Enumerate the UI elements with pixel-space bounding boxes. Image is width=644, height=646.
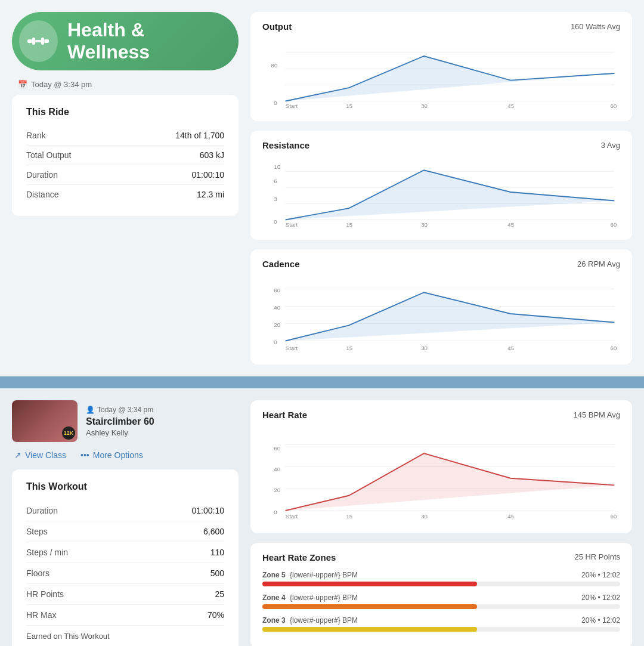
resistance-chart-card: Resistance 3 Avg 0 3 6 10 Start 15 30 45… <box>250 131 632 240</box>
external-link-icon: ↗ <box>14 450 21 460</box>
zone-4-stat: 20% • 12:02 <box>581 594 620 602</box>
zone-4-label: Zone 4 {lower#-upper#} BPM <box>262 594 358 602</box>
this-ride-card: This Ride Rank 14th of 1,700 Total Outpu… <box>12 95 239 216</box>
zone-3-bar-bg <box>262 627 620 632</box>
svg-text:30: 30 <box>421 103 428 109</box>
zone-4-bar-bg <box>262 604 620 609</box>
ride-row-distance: Distance 12.3 mi <box>26 185 224 204</box>
svg-text:60: 60 <box>274 445 280 452</box>
svg-text:30: 30 <box>421 345 428 351</box>
zone-3-bar-fill <box>262 627 477 632</box>
svg-text:30: 30 <box>421 221 428 228</box>
svg-text:Start: Start <box>286 221 298 228</box>
svg-marker-25 <box>286 170 615 220</box>
earned-row: Earned on This Workout <box>26 626 224 641</box>
svg-text:15: 15 <box>346 345 352 351</box>
cadence-chart-avg: 26 RPM Avg <box>577 259 620 268</box>
workout-info: 👤 Today @ 3:34 pm Stairclimber 60 Ashley… <box>86 406 239 437</box>
person-icon: 👤 <box>86 406 95 414</box>
hr-chart-title: Heart Rate <box>262 410 307 420</box>
svg-text:60: 60 <box>611 345 617 351</box>
resistance-chart-avg: 3 Avg <box>601 141 620 150</box>
svg-text:0: 0 <box>274 218 277 225</box>
calendar-icon: 📅 <box>18 80 27 89</box>
svg-text:Start: Start <box>286 513 298 520</box>
svg-marker-39 <box>286 292 615 341</box>
output-chart-title: Output <box>262 21 292 32</box>
svg-text:20: 20 <box>274 322 280 328</box>
output-chart-svg: 0 80 Start 15 30 45 60 <box>262 38 620 109</box>
svg-text:0: 0 <box>274 339 277 345</box>
stat-row-duration: Duration 01:00:10 <box>26 500 224 521</box>
hr-points: 25 HR Points <box>574 552 620 562</box>
svg-text:40: 40 <box>274 466 280 472</box>
zone-4-bar-fill <box>262 604 477 609</box>
svg-text:60: 60 <box>611 221 617 228</box>
ride-row-rank: Rank 14th of 1,700 <box>26 126 224 146</box>
output-chart-avg: 160 Watts Avg <box>571 22 620 31</box>
zone-5-label: Zone 5 {lower#-upper#} BPM <box>262 571 358 579</box>
svg-text:0: 0 <box>274 100 277 106</box>
zone-5-stat: 20% • 12:02 <box>581 571 620 579</box>
svg-text:45: 45 <box>507 103 514 109</box>
svg-text:Start: Start <box>286 345 298 351</box>
workout-timestamp: 👤 Today @ 3:34 pm <box>86 406 239 414</box>
svg-text:0: 0 <box>274 509 277 515</box>
bottom-section: 12K 👤 Today @ 3:34 pm Stairclimber 60 As… <box>0 388 644 646</box>
stat-row-hr-points: HR Points 25 <box>26 584 224 605</box>
workout-name: Stairclimber 60 <box>86 416 239 427</box>
output-chart-card: Output 160 Watts Avg 0 80 Start 15 30 <box>250 12 632 121</box>
hr-zones-title: Heart Rate Zones <box>262 552 336 562</box>
stat-row-steps-per-min: Steps / min 110 <box>26 542 224 563</box>
svg-text:60: 60 <box>611 103 617 109</box>
stat-row-hr-max: HR Max 70% <box>26 605 224 626</box>
svg-text:6: 6 <box>274 178 277 184</box>
svg-text:45: 45 <box>507 513 514 520</box>
svg-text:80: 80 <box>271 62 278 69</box>
zone-5-bar-fill <box>262 582 477 586</box>
zone-3-label: Zone 3 {lower#-upper#} BPM <box>262 616 358 625</box>
hr-zones-card: Heart Rate Zones 25 HR Points Zone 5 {lo… <box>250 543 632 646</box>
workout-badge: 12K <box>62 426 75 440</box>
top-timestamp: 📅 Today @ 3:34 pm <box>12 80 239 89</box>
svg-rect-1 <box>32 38 35 45</box>
hr-chart-card: Heart Rate 145 BPM Avg 0 20 40 60 Start … <box>250 400 632 533</box>
top-section: Health & Wellness 📅 Today @ 3:34 pm This… <box>0 0 644 376</box>
svg-rect-4 <box>44 39 49 43</box>
zone-3-stat: 20% • 12:02 <box>581 616 620 625</box>
workout-thumbnail: 12K <box>12 400 78 442</box>
header-icon <box>19 20 58 62</box>
workout-instructor: Ashley Kelly <box>86 428 239 437</box>
svg-rect-2 <box>35 40 41 42</box>
svg-text:15: 15 <box>346 513 352 520</box>
this-workout-title: This Workout <box>26 481 224 492</box>
svg-text:60: 60 <box>274 287 280 293</box>
app-title: Health & Wellness <box>67 19 221 63</box>
cadence-chart-card: Cadence 26 RPM Avg 0 20 40 60 Start 15 3… <box>250 249 632 364</box>
svg-text:3: 3 <box>274 196 277 202</box>
resistance-chart-svg: 0 3 6 10 Start 15 30 45 60 <box>262 156 620 228</box>
svg-text:15: 15 <box>346 221 352 228</box>
resistance-chart-title: Resistance <box>262 140 309 150</box>
divider-band <box>0 376 644 388</box>
workout-header-row: 12K 👤 Today @ 3:34 pm Stairclimber 60 As… <box>12 400 239 442</box>
svg-text:20: 20 <box>274 487 280 493</box>
svg-text:30: 30 <box>421 513 428 520</box>
hr-chart-svg: 0 20 40 60 Start 15 30 45 60 <box>262 426 620 521</box>
workout-actions: ↗ View Class ••• More Options <box>12 450 239 460</box>
more-options-button[interactable]: ••• More Options <box>80 450 143 460</box>
charts-panel-top: Output 160 Watts Avg 0 80 Start 15 30 <box>250 12 632 364</box>
stat-row-steps: Steps 6,600 <box>26 521 224 542</box>
ride-row-output: Total Output 603 kJ <box>26 146 224 165</box>
zone-5-bar-bg <box>262 582 620 586</box>
svg-text:60: 60 <box>611 513 617 520</box>
svg-text:40: 40 <box>274 304 280 311</box>
view-class-button[interactable]: ↗ View Class <box>14 450 66 460</box>
left-panel-bottom: 12K 👤 Today @ 3:34 pm Stairclimber 60 As… <box>12 400 239 646</box>
charts-panel-bottom: Heart Rate 145 BPM Avg 0 20 40 60 Start … <box>250 400 632 646</box>
this-ride-title: This Ride <box>26 107 224 118</box>
ride-row-duration: Duration 01:00:10 <box>26 165 224 185</box>
svg-rect-0 <box>27 39 32 43</box>
zone-3-row: Zone 3 {lower#-upper#} BPM 20% • 12:02 <box>262 616 620 632</box>
svg-text:15: 15 <box>346 103 352 109</box>
